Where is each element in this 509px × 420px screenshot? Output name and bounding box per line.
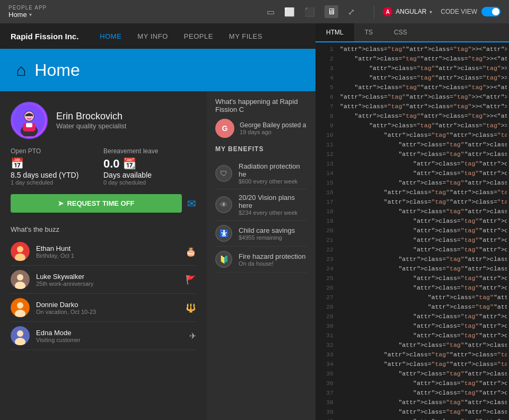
code-line: 16 "attr">class="tag""attr">class="tag">…	[315, 188, 509, 197]
code-line: 17 "attr">class="tag""attr">class="tag">…	[315, 197, 509, 207]
email-button[interactable]: ✉	[187, 197, 196, 210]
code-line: 32 "attr">class="tag""attr">class="tag">…	[315, 340, 509, 350]
code-line: 38 "attr">class="tag""attr">class="tag">…	[315, 398, 509, 407]
nav-home[interactable]: HOME	[100, 32, 121, 40]
angular-badge: A ANGULAR ▾	[383, 7, 432, 16]
content-area: Erin Brockovich Water quality specialist…	[0, 91, 315, 420]
home-icon: ⌂	[16, 60, 26, 80]
stroller-icon: 🚼	[215, 225, 232, 242]
toggle-knob	[492, 8, 499, 15]
svg-rect-7	[26, 123, 32, 127]
buzz-name-donnie: Donnie Darko	[36, 301, 179, 309]
benefit-detail-fire: On da house!	[239, 260, 305, 267]
desktop-icon[interactable]: 🖥	[324, 5, 338, 18]
svg-point-5	[31, 114, 33, 116]
code-line: 20 "attr">class="tag""attr">class="tag">…	[315, 226, 509, 235]
avatar-ethan	[11, 242, 30, 261]
svg-point-4	[25, 114, 28, 116]
pto-label: Open PTO	[11, 147, 103, 155]
calendar-icon: 📅	[11, 157, 103, 170]
code-line: 4 "attr">class="tag""attr">class="tag">>…	[315, 73, 509, 83]
benefit-info-fire: Fire hazard protection On da house!	[239, 252, 305, 267]
code-line: 35 "attr">class="tag""attr">class="tag">…	[315, 369, 509, 379]
days-available-label: Days available	[103, 171, 196, 179]
benefit-vision: 👁 20/20 Vision plans here $234 every oth…	[215, 189, 307, 221]
benefit-name-radiation: Radiation protection he	[239, 162, 307, 178]
cake-icon: 🎂	[186, 247, 196, 257]
buzz-info-ethan: Ethan Hunt Birthday, Oct 1	[36, 244, 179, 259]
svg-point-18	[17, 330, 23, 337]
nav-myinfo[interactable]: MY INFO	[137, 32, 168, 40]
code-line: 11 "attr">class="tag""attr">class="tag">…	[315, 140, 509, 150]
pto-used: 8.5 days used (YTD)	[11, 171, 103, 179]
post-time: 19 days ago	[240, 129, 306, 135]
code-line: 2 "attr">class="tag""attr">class="tag">>…	[315, 54, 509, 64]
hero: ⌂ Home	[0, 49, 315, 91]
buzz-item-ethan: Ethan Hunt Birthday, Oct 1 🎂	[11, 238, 196, 266]
desktop-horizontal-icon[interactable]: ⬛	[304, 7, 315, 17]
happening-title: What's happening at Rapid Fission C	[215, 98, 307, 113]
angular-chevron-icon: ▾	[429, 9, 432, 15]
calendar-blue-icon: 📆	[123, 157, 136, 170]
request-time-off-button[interactable]: ➤ REQUEST TIME OFF	[11, 194, 182, 213]
benefit-name-fire: Fire hazard protection	[239, 252, 305, 260]
svg-point-9	[17, 246, 23, 252]
code-line: 24 "attr">class="tag""attr">class="tag">…	[315, 264, 509, 274]
request-btn-label: REQUEST TIME OFF	[67, 199, 134, 207]
profile-header: Erin Brockovich Water quality specialist	[0, 91, 207, 147]
home-dropdown[interactable]: Home ▾	[8, 11, 47, 19]
code-tabs: HTML TS CSS	[315, 23, 509, 42]
code-line: 29 "attr">class="tag""attr">class="tag">…	[315, 312, 509, 321]
code-line: 36 "attr">class="tag""attr">class="tag">…	[315, 379, 509, 388]
code-view-toggle[interactable]	[481, 7, 501, 16]
benefit-detail-childcare: $4955 remaining	[239, 234, 295, 241]
svg-point-12	[17, 274, 23, 281]
benefit-name-childcare: Child care savings	[239, 226, 295, 234]
code-line: 26 "attr">class="tag""attr">class="tag">…	[315, 283, 509, 293]
hero-title: Home	[34, 60, 80, 80]
code-line: 12 "attr">class="tag""attr">class="tag">…	[315, 150, 509, 159]
shield-icon-radiation: 🛡	[215, 165, 232, 182]
eye-icon: 👁	[215, 196, 232, 213]
nav-people[interactable]: PEOPLE	[184, 32, 213, 40]
expand-icon[interactable]: ⤢	[348, 7, 355, 17]
tab-ts[interactable]: TS	[354, 23, 383, 41]
tab-css[interactable]: CSS	[383, 23, 418, 41]
tab-html[interactable]: HTML	[315, 23, 354, 42]
code-line: 21 "attr">class="tag""attr">class="tag">…	[315, 235, 509, 245]
buzz-item-luke: Luke Skywalker 25th work-anniversary 🚩	[11, 266, 196, 294]
divider	[374, 5, 374, 18]
code-line: 13 "attr">class="tag""attr">class="tag">…	[315, 159, 509, 169]
code-line: 28 "attr">class="tag""attr">class="tag">…	[315, 302, 509, 312]
benefit-radiation: 🛡 Radiation protection he $600 every oth…	[215, 158, 307, 189]
benefit-name-vision: 20/20 Vision plans here	[239, 194, 307, 209]
profile-info: Erin Brockovich Water quality specialist	[56, 111, 126, 130]
code-line: 39 "attr">class="tag""attr">class="tag">…	[315, 407, 509, 417]
nav-myfiles[interactable]: MY FILES	[229, 32, 262, 40]
buzz-title: What's the buzz	[11, 225, 196, 233]
code-line: 30 "attr">class="tag""attr">class="tag">…	[315, 321, 509, 331]
shield-icon-fire: 🔰	[215, 251, 232, 268]
benefit-detail-vision: $234 every other week	[239, 209, 307, 216]
device-icons: ▭ ⬜ ⬛ 🖥 ⤢	[267, 5, 355, 18]
profile-name: Erin Brockovich	[56, 111, 126, 122]
mobile-icon[interactable]: ▭	[267, 7, 275, 17]
code-line: 8 "attr">class="tag""attr">class="tag">>…	[315, 111, 509, 121]
benefit-detail-radiation: $600 every other week	[239, 178, 307, 185]
buzz-detail-edna: Visiting customer	[36, 337, 183, 343]
benefit-childcare: 🚼 Child care savings $4955 remaining	[215, 221, 307, 247]
tablet-icon[interactable]: ⬜	[284, 7, 295, 17]
svg-point-15	[17, 302, 23, 309]
vacation-icon: 🔱	[186, 303, 196, 313]
benefit-fire: 🔰 Fire hazard protection On da house!	[215, 247, 307, 273]
main-content: Rapid Fission Inc. HOME MY INFO PEOPLE M…	[0, 23, 509, 420]
pto-scheduled: 1 day scheduled	[11, 179, 103, 186]
code-line: 6"attr">class="tag""attr">class="tag">><…	[315, 92, 509, 102]
send-icon: ➤	[58, 199, 64, 207]
code-view-section: CODE VIEW	[441, 7, 501, 16]
code-line: 5 "attr">class="tag""attr">class="tag">>…	[315, 83, 509, 92]
bereavement-value: 0.0	[103, 157, 120, 171]
code-line: 31 "attr">class="tag""attr">class="tag">…	[315, 331, 509, 340]
buzz-item-edna: Edna Mode Visiting customer ✈	[11, 322, 196, 350]
avatar-edna	[11, 326, 30, 345]
